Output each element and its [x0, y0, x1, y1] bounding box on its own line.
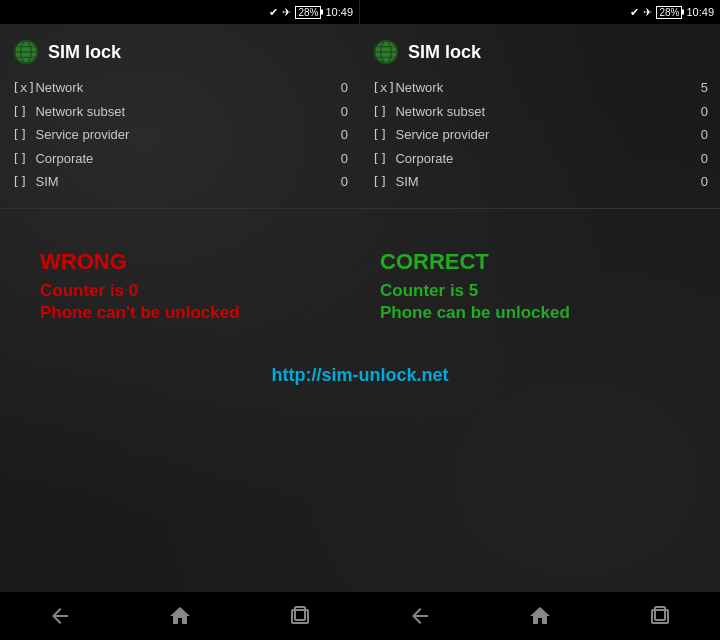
value-cell: 0 [318, 100, 348, 124]
right-sim-header: SIM lock [372, 38, 708, 66]
check-icon-left: ✔ [269, 6, 278, 19]
left-sim-header: SIM lock [12, 38, 348, 66]
table-row: [] Corporate 0 [372, 147, 708, 171]
label-cell: Corporate [35, 147, 318, 171]
correct-title: CORRECT [380, 249, 680, 275]
table-row: [] Service provider 0 [12, 123, 348, 147]
time-left: 10:49 [325, 6, 353, 18]
url-text[interactable]: http://sim-unlock.net [272, 365, 449, 386]
status-bar-left: ✔ ✈ 28% 10:49 [0, 0, 360, 24]
table-row: [] Corporate 0 [12, 147, 348, 171]
url-section: http://sim-unlock.net [0, 345, 720, 406]
bracket-cell: [] [372, 100, 395, 124]
left-sim-table: [x] Network 0 [] Network subset 0 [] Ser… [12, 76, 348, 194]
table-row: [] Network subset 0 [372, 100, 708, 124]
label-cell: Service provider [395, 123, 678, 147]
recents-button-right[interactable] [630, 596, 690, 636]
bracket-cell: [] [12, 170, 35, 194]
table-row: [] SIM 0 [372, 170, 708, 194]
home-button-right[interactable] [510, 596, 570, 636]
left-sim-title: SIM lock [48, 42, 121, 63]
airplane-icon-right: ✈ [643, 6, 652, 19]
bracket-cell: [x] [372, 76, 395, 100]
airplane-icon-left: ✈ [282, 6, 291, 19]
table-row: [] Network subset 0 [12, 100, 348, 124]
wrong-title: WRONG [40, 249, 340, 275]
right-sim-icon [372, 38, 400, 66]
recents-button-left[interactable] [270, 596, 330, 636]
value-cell: 0 [678, 147, 708, 171]
label-cell: Network subset [35, 100, 318, 124]
home-button-left[interactable] [150, 596, 210, 636]
svg-rect-13 [295, 607, 305, 620]
bracket-cell: [] [12, 147, 35, 171]
left-sim-icon [12, 38, 40, 66]
value-cell: 0 [318, 170, 348, 194]
main-content: SIM lock [x] Network 0 [] Network subset… [0, 24, 720, 592]
check-icon-right: ✔ [630, 6, 639, 19]
results-row: WRONG Counter is 0 Phone can't be unlock… [0, 219, 720, 345]
table-row: [] SIM 0 [12, 170, 348, 194]
value-cell: 5 [678, 76, 708, 100]
bracket-cell: [x] [12, 76, 35, 100]
bracket-cell: [] [372, 147, 395, 171]
svg-rect-15 [655, 607, 665, 620]
status-bar: ✔ ✈ 28% 10:49 ✔ ✈ 28% 10:49 [0, 0, 720, 24]
wrong-counter: Counter is 0 [40, 281, 340, 301]
value-cell: 0 [318, 123, 348, 147]
table-row: [] Service provider 0 [372, 123, 708, 147]
bracket-cell: [] [372, 170, 395, 194]
label-cell: Network [35, 76, 318, 100]
correct-counter: Counter is 5 [380, 281, 680, 301]
value-cell: 0 [678, 170, 708, 194]
label-cell: SIM [395, 170, 678, 194]
nav-bar [0, 592, 720, 640]
right-sim-title: SIM lock [408, 42, 481, 63]
bracket-cell: [] [12, 123, 35, 147]
wrong-message: Phone can't be unlocked [40, 303, 340, 323]
battery-left: 28% [295, 6, 321, 19]
left-result-panel: WRONG Counter is 0 Phone can't be unlock… [20, 239, 360, 335]
back-button-left[interactable] [30, 596, 90, 636]
value-cell: 0 [678, 123, 708, 147]
label-cell: Network [395, 76, 678, 100]
value-cell: 0 [318, 147, 348, 171]
table-row: [x] Network 5 [372, 76, 708, 100]
bracket-cell: [] [372, 123, 395, 147]
time-right: 10:49 [686, 6, 714, 18]
bracket-cell: [] [12, 100, 35, 124]
label-cell: Corporate [395, 147, 678, 171]
battery-right: 28% [656, 6, 682, 19]
label-cell: Network subset [395, 100, 678, 124]
back-button-right[interactable] [390, 596, 450, 636]
value-cell: 0 [318, 76, 348, 100]
right-result-panel: CORRECT Counter is 5 Phone can be unlock… [360, 239, 700, 335]
right-sim-table: [x] Network 5 [] Network subset 0 [] Ser… [372, 76, 708, 194]
correct-message: Phone can be unlocked [380, 303, 680, 323]
panels-row: SIM lock [x] Network 0 [] Network subset… [0, 24, 720, 208]
table-row: [x] Network 0 [12, 76, 348, 100]
value-cell: 0 [678, 100, 708, 124]
label-cell: Service provider [35, 123, 318, 147]
right-sim-panel: SIM lock [x] Network 5 [] Network subset… [360, 32, 720, 200]
status-bar-right: ✔ ✈ 28% 10:49 [360, 0, 720, 24]
left-sim-panel: SIM lock [x] Network 0 [] Network subset… [0, 32, 360, 200]
label-cell: SIM [35, 170, 318, 194]
